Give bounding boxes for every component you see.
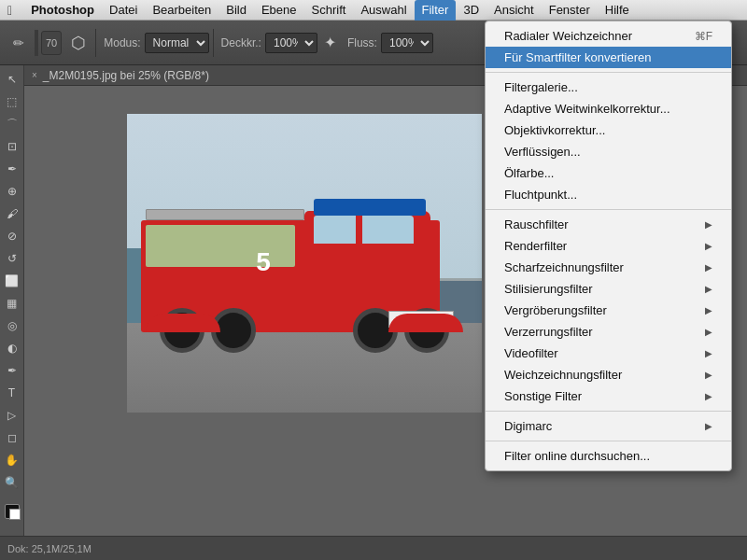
healing-tool[interactable]: ⊕: [2, 181, 22, 202]
mac-menubar:  Photoshop Datei Bearbeiten Bild Ebene …: [0, 0, 747, 21]
datei-menu[interactable]: Datei: [102, 0, 145, 21]
menu-item-fluchtpunkt[interactable]: Fluchtpunkt...: [486, 184, 731, 205]
menu-separator-1: [486, 72, 731, 73]
schrift-menu[interactable]: Schrift: [304, 0, 354, 21]
menu-item-label: Scharfzeichnungsfilter: [504, 260, 624, 274]
menu-item-adaptive-weitwinkel[interactable]: Adaptive Weitwinkelkorrektur...: [486, 98, 731, 119]
filter-menu-trigger[interactable]: Filter: [415, 0, 457, 21]
menu-item-label: Fluchtpunkt...: [504, 188, 577, 202]
move-tool[interactable]: ↖: [2, 69, 22, 90]
menu-item-fuer-smartfilter[interactable]: Für Smartfilter konvertieren: [486, 47, 731, 68]
deckkraft-select[interactable]: 100%: [265, 33, 317, 53]
modus-select[interactable]: Normal: [145, 33, 209, 53]
menu-item-label: Verzerrungsfilter: [504, 325, 593, 339]
menu-item-label: Filtergalerie...: [504, 80, 578, 94]
brush-preset-icon[interactable]: ⬡: [65, 30, 92, 56]
menu-item-scharfzeichnungsfilter[interactable]: Scharfzeichnungsfilter ▶: [486, 257, 731, 278]
clone-tool[interactable]: ⊘: [2, 226, 22, 246]
shape-tool[interactable]: ◻: [2, 427, 22, 448]
dodge-tool[interactable]: ◐: [2, 338, 22, 358]
submenu-arrow-icon: ▶: [705, 391, 712, 401]
blur-tool[interactable]: ◎: [2, 315, 22, 336]
pen-tool[interactable]: ✒: [2, 360, 22, 381]
deckkraft-label: Deckkr.:: [221, 36, 261, 49]
fluss-select[interactable]: 100%: [381, 33, 433, 53]
submenu-arrow-icon: ▶: [705, 305, 712, 315]
menu-item-label: Für Smartfilter konvertieren: [504, 50, 652, 64]
apple-menu[interactable]: : [7, 3, 12, 18]
menu-item-label: Radialer Weichzeichner: [504, 29, 632, 43]
airbrush-icon[interactable]: ✦: [317, 30, 344, 56]
brush-tool[interactable]: 🖌: [2, 203, 22, 224]
history-brush[interactable]: ↺: [2, 248, 22, 269]
menu-separator-2: [486, 209, 731, 210]
menu-item-label: Vergröberungsfilter: [504, 303, 607, 317]
modus-label: Modus:: [104, 36, 140, 49]
menu-shortcut: ⌘F: [695, 30, 712, 43]
auswahl-menu[interactable]: Auswahl: [353, 0, 414, 21]
hilfe-menu[interactable]: Hilfe: [598, 0, 637, 21]
left-toolpanel: ↖ ⬚ ⌒ ⊡ ✒ ⊕ 🖌 ⊘ ↺ ⬜ ▦ ◎ ◐ ✒ T ▷ ◻ ✋ 🔍: [0, 65, 24, 536]
submenu-arrow-icon: ▶: [705, 348, 712, 358]
menu-item-label: Objektivkorrektur...: [504, 123, 605, 137]
eraser-tool[interactable]: ⬜: [2, 271, 22, 291]
menu-item-label: Sonstige Filter: [504, 389, 582, 403]
filter-dropdown-menu: Radialer Weichzeichner ⌘F Für Smartfilte…: [485, 21, 732, 471]
menu-item-sonstige-filter[interactable]: Sonstige Filter ▶: [486, 385, 731, 407]
status-bar: Dok: 25,1M/25,1M: [0, 536, 747, 560]
menu-item-label: Filter online durchsuchen...: [504, 449, 650, 463]
menu-item-label: Ölfarbe...: [504, 166, 554, 180]
bild-menu[interactable]: Bild: [218, 0, 254, 21]
brush-size-display[interactable]: 70: [46, 37, 57, 49]
menu-item-renderfilter[interactable]: Renderfilter ▶: [486, 235, 731, 257]
ebene-menu[interactable]: Ebene: [254, 0, 304, 21]
tab-close-button[interactable]: ×: [32, 70, 37, 80]
gradient-tool[interactable]: ▦: [2, 293, 22, 314]
fenster-menu[interactable]: Fenster: [542, 0, 598, 21]
submenu-arrow-icon: ▶: [705, 421, 712, 431]
crop-tool[interactable]: ⊡: [2, 136, 22, 157]
eyedropper-tool[interactable]: ✒: [2, 159, 22, 179]
menu-item-stilisierungsfilter[interactable]: Stilisierungsfilter ▶: [486, 278, 731, 300]
submenu-arrow-icon: ▶: [705, 241, 712, 251]
submenu-arrow-icon: ▶: [705, 262, 712, 273]
3d-menu[interactable]: 3D: [456, 0, 486, 21]
canvas-filename: _M2M0195.jpg bei 25% (RGB/8*): [43, 69, 209, 82]
menu-item-videofilter[interactable]: Videofilter ▶: [486, 343, 731, 364]
menu-item-label: Stilisierungsfilter: [504, 282, 593, 296]
menu-item-label: Adaptive Weitwinkelkorrektur...: [504, 102, 670, 116]
menu-item-label: Videofilter: [504, 346, 558, 360]
selection-tool[interactable]: ⬚: [2, 91, 22, 112]
app-name-menu[interactable]: Photoshop: [23, 0, 102, 21]
text-tool[interactable]: T: [2, 383, 22, 403]
menu-item-rauschfilter[interactable]: Rauschfilter ▶: [486, 214, 731, 235]
menu-separator-4: [486, 441, 731, 441]
menu-item-filtergalerie[interactable]: Filtergalerie...: [486, 77, 731, 98]
menu-item-filter-online[interactable]: Filter online durchsuchen...: [486, 445, 731, 467]
lasso-tool[interactable]: ⌒: [2, 114, 22, 134]
foreground-color[interactable]: [5, 504, 20, 519]
submenu-arrow-icon: ▶: [705, 327, 712, 337]
hand-tool[interactable]: ✋: [2, 450, 22, 470]
menu-item-label: Renderfilter: [504, 239, 567, 253]
menu-item-digimarc[interactable]: Digimarc ▶: [486, 415, 731, 437]
bearbeiten-menu[interactable]: Bearbeiten: [145, 0, 218, 21]
path-selection[interactable]: ▷: [2, 405, 22, 426]
menu-item-oelfarbe[interactable]: Ölfarbe...: [486, 162, 731, 184]
menu-item-weichzeichnungsfilter[interactable]: Weichzeichnungsfilter ▶: [486, 364, 731, 385]
menu-item-verfluessigen[interactable]: Verflüssigen...: [486, 141, 731, 162]
zoom-tool[interactable]: 🔍: [2, 472, 22, 493]
menu-item-verzerrungsfilter[interactable]: Verzerrungsfilter ▶: [486, 321, 731, 343]
submenu-arrow-icon: ▶: [705, 284, 712, 294]
menu-item-radialer-weichzeichner[interactable]: Radialer Weichzeichner ⌘F: [486, 25, 731, 47]
submenu-arrow-icon: ▶: [705, 219, 712, 230]
menu-item-label: Verflüssigen...: [504, 145, 581, 159]
menu-item-objektivkorrektur[interactable]: Objektivkorrektur...: [486, 119, 731, 141]
menu-item-label: Digimarc: [504, 419, 552, 433]
document-info: Dok: 25,1M/25,1M: [7, 543, 92, 554]
menu-item-vergroesserungsfilter[interactable]: Vergröberungsfilter ▶: [486, 300, 731, 321]
ansicht-menu[interactable]: Ansicht: [486, 0, 542, 21]
menu-item-label: Weichzeichnungsfilter: [504, 368, 622, 382]
brush-tool-icon[interactable]: ✏: [6, 30, 32, 56]
menu-separator-3: [486, 411, 731, 412]
